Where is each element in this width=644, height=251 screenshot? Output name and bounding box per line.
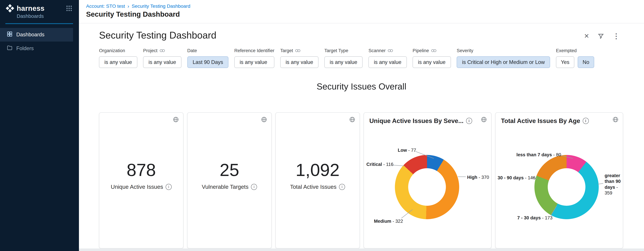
- filter-value: is any value: [418, 59, 446, 65]
- sidebar-item-dashboards[interactable]: Dashboards: [0, 28, 73, 42]
- close-icon[interactable]: ✕: [584, 33, 589, 39]
- link-icon: [388, 49, 393, 52]
- nav-label-folders: Folders: [16, 45, 34, 51]
- main-area: Account: STO test › Security Testing Das…: [79, 0, 644, 251]
- dashboard-title: Security Testing Dashboard: [99, 30, 216, 41]
- filter-target-type[interactable]: is any value: [324, 56, 362, 68]
- slice-label-less-than-7-days: less than 7 days - 80: [516, 152, 561, 158]
- filter-scanner[interactable]: is any value: [368, 56, 407, 68]
- filter-date[interactable]: Last 90 Days: [187, 56, 228, 68]
- slice-label-critical: Critical - 116: [366, 162, 393, 167]
- filter-severity[interactable]: is Critical or High or Medium or Low: [457, 56, 550, 68]
- tile-unique-active-issues-by-severity: Unique Active Issues By Seve...i Low - 7…: [364, 112, 492, 249]
- donut-chart-age[interactable]: [534, 155, 599, 219]
- tile-unique-active-issues: 878 Unique Active Issuesi: [99, 112, 184, 249]
- info-icon[interactable]: i: [583, 118, 589, 124]
- tile-vulnerable-targets: 25 Vulnerable Targetsi: [187, 112, 272, 249]
- filter-project[interactable]: is any value: [143, 56, 181, 68]
- filter-value: is any value: [374, 59, 402, 65]
- button-label: Yes: [561, 59, 570, 65]
- sidebar-header: harness Dashboards: [0, 0, 79, 24]
- button-label: No: [582, 59, 589, 65]
- filter-group-pipeline: Pipeline is any value: [412, 48, 451, 68]
- filter-group-reference-identifier: Reference Identifier is any value: [234, 48, 274, 68]
- dashboard-actions: ✕ ⋮: [584, 33, 620, 40]
- filter-value: is Critical or High or Medium or Low: [462, 59, 545, 65]
- exempted-yes-button[interactable]: Yes: [556, 56, 574, 68]
- kebab-menu-icon[interactable]: ⋮: [613, 33, 620, 40]
- filter-label: Organization: [99, 48, 125, 53]
- link-icon: [431, 49, 436, 52]
- exempted-no-button[interactable]: No: [578, 56, 594, 68]
- filter-pipeline[interactable]: is any value: [412, 56, 451, 68]
- filter-group-project: Project is any value: [143, 48, 181, 68]
- filter-group-exempted: Exempted Yes No: [556, 48, 594, 68]
- chevron-right-icon: ›: [128, 3, 129, 9]
- filter-organization[interactable]: is any value: [99, 56, 137, 68]
- sidebar-nav: Dashboards Folders: [0, 28, 79, 55]
- globe-icon[interactable]: [173, 116, 179, 123]
- stat-value: 25: [188, 161, 271, 179]
- tiles-row: 878 Unique Active Issuesi 25 Vulnerable …: [99, 112, 623, 249]
- bottom-strip: [79, 249, 644, 251]
- filter-target[interactable]: is any value: [280, 56, 318, 68]
- stat-value: 1,092: [276, 161, 360, 179]
- link-icon: [160, 49, 165, 52]
- nav-label-dashboards: Dashboards: [16, 32, 44, 38]
- product-name: Dashboards: [17, 13, 73, 19]
- filter-label: Date: [187, 48, 197, 53]
- globe-icon[interactable]: [481, 116, 487, 123]
- harness-logo-icon[interactable]: [6, 4, 15, 13]
- filter-label: Severity: [457, 48, 473, 53]
- slice-label-medium: Medium - 322: [374, 218, 403, 224]
- section-title: Security Issues Overall: [99, 81, 624, 91]
- folder-icon: [7, 45, 12, 52]
- chart-title: Total Active Issues By Age: [501, 117, 580, 124]
- globe-icon[interactable]: [349, 116, 355, 123]
- link-icon: [295, 49, 300, 52]
- page-title: Security Testing Dashboard: [86, 10, 644, 18]
- breadcrumb-account-link[interactable]: Account: STO test: [86, 3, 125, 9]
- tile-total-active-issues: 1,092 Total Active Issuesi: [275, 112, 360, 249]
- breadcrumb: Account: STO test › Security Testing Das…: [86, 0, 644, 9]
- filter-reference-identifier[interactable]: is any value: [234, 56, 274, 68]
- tile-total-active-issues-by-age: Total Active Issues By Agei less than 7 …: [495, 112, 623, 249]
- filter-group-severity: Severity is Critical or High or Medium o…: [457, 48, 550, 68]
- slice-label-30-90-days: 30 - 90 days - 146: [498, 175, 536, 181]
- stat-label: Total Active Issues: [290, 184, 336, 190]
- filter-label: Target: [280, 48, 293, 53]
- filter-value: is any value: [104, 59, 132, 65]
- chart-title: Unique Active Issues By Seve...: [369, 117, 464, 124]
- filter-group-organization: Organization is any value: [99, 48, 137, 68]
- info-icon[interactable]: i: [166, 184, 172, 190]
- filter-value: is any value: [286, 59, 313, 65]
- stat-label: Unique Active Issues: [111, 184, 163, 190]
- breadcrumb-page-link[interactable]: Security Testing Dashboard: [132, 3, 190, 9]
- app-grid-icon[interactable]: [65, 4, 73, 12]
- dashboards-icon: [7, 31, 12, 38]
- filter-value: Last 90 Days: [192, 59, 223, 65]
- donut-chart-severity[interactable]: [395, 155, 459, 219]
- filter-label: Reference Identifier: [234, 48, 274, 53]
- filter-label: Target Type: [324, 48, 348, 53]
- info-icon[interactable]: i: [466, 118, 472, 124]
- filter-value: is any value: [240, 59, 267, 65]
- filter-bar: Organization is any value Project is any…: [99, 48, 594, 68]
- dashboard-panel: Security Testing Dashboard ✕ ⋮ Organizat…: [79, 24, 644, 251]
- brand-name: harness: [17, 4, 44, 12]
- globe-icon[interactable]: [261, 116, 267, 123]
- info-icon[interactable]: i: [339, 184, 345, 190]
- slice-label-high: High - 370: [467, 175, 489, 180]
- filter-label: Scanner: [368, 48, 386, 53]
- filter-label: Exempted: [556, 48, 577, 53]
- filter-group-target-type: Target Type is any value: [324, 48, 362, 68]
- filter-group-scanner: Scanner is any value: [368, 48, 407, 68]
- info-icon[interactable]: i: [251, 184, 257, 190]
- slice-label-7-30-days: 7 - 30 days - 173: [517, 215, 552, 221]
- app-root: harness Dashboards: [0, 0, 644, 251]
- filter-funnel-icon[interactable]: [598, 33, 604, 39]
- globe-icon[interactable]: [612, 116, 618, 123]
- sidebar-item-folders[interactable]: Folders: [0, 41, 73, 55]
- stat-value: 878: [99, 161, 183, 179]
- page-header: Account: STO test › Security Testing Das…: [79, 0, 644, 23]
